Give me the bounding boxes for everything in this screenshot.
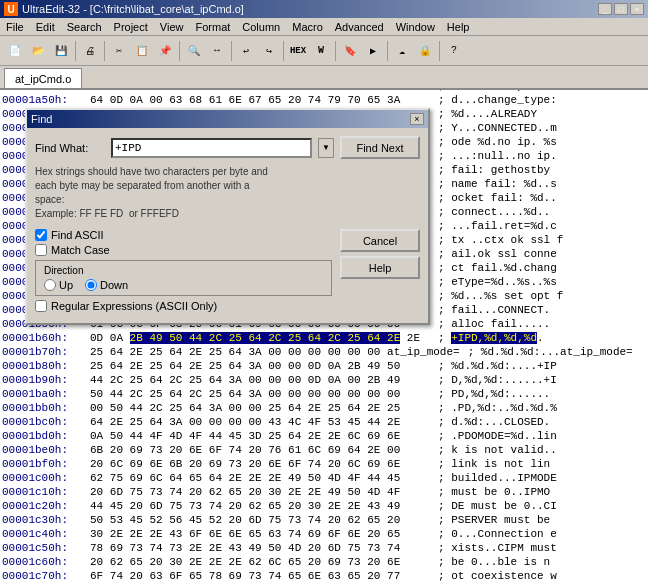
menu-macro[interactable]: Macro [286,20,329,34]
dialog-left: Find ASCII Match Case Direction [35,229,332,315]
dialog-close-button[interactable]: × [410,113,424,125]
toolbar-sep-2 [104,41,105,61]
toolbar-sep-1 [75,41,76,61]
toolbar-redo[interactable]: ↪ [258,40,280,62]
menu-window[interactable]: Window [390,20,441,34]
toolbar-new[interactable]: 📄 [4,40,26,62]
regex-row: Regular Expressions (ASCII Only) [35,300,332,312]
menu-search[interactable]: Search [61,20,108,34]
toolbar-copy[interactable]: 📋 [131,40,153,62]
menu-view[interactable]: View [154,20,190,34]
content-area: 00001a40h:4F 52 0D 00 6C 6F 63 61 6C 20 … [0,90,648,583]
close-button[interactable]: × [630,3,644,15]
toolbar-sep-3 [179,41,180,61]
match-case-row: Match Case [35,244,332,256]
hint-text: Hex strings should have two characters p… [35,165,420,221]
regex-label: Regular Expressions (ASCII Only) [51,300,217,312]
title-bar-left: U UltraEdit-32 - [C:\fritch\libat_core\a… [4,2,244,16]
dialog-lower: Find ASCII Match Case Direction [35,229,420,315]
dialog-body: Find What: ▼ Find Next Hex strings shoul… [27,128,428,323]
help-button[interactable]: Help [340,256,420,279]
down-radio-item: Down [85,279,128,291]
toolbar-open[interactable]: 📂 [27,40,49,62]
find-what-input[interactable] [111,138,312,158]
menu-edit[interactable]: Edit [30,20,61,34]
title-bar: U UltraEdit-32 - [C:\fritch\libat_core\a… [0,0,648,18]
dialog-title-bar: Find × [27,110,428,128]
find-what-label: Find What: [35,142,105,154]
menu-help[interactable]: Help [441,20,476,34]
direction-group: Direction Up Down [35,260,332,296]
minimize-button[interactable]: _ [598,3,612,15]
dialog-title-text: Find [31,113,52,125]
toolbar-print[interactable]: 🖨 [79,40,101,62]
tab-bar: at_ipCmd.o [0,66,648,90]
tab-file[interactable]: at_ipCmd.o [4,68,82,88]
app-icon: U [4,2,18,16]
down-radio[interactable] [85,279,97,291]
title-text: UltraEdit-32 - [C:\fritch\libat_core\at_… [22,3,244,15]
app-window: U UltraEdit-32 - [C:\fritch\libat_core\a… [0,0,648,583]
cancel-button[interactable]: Cancel [340,229,420,252]
menu-format[interactable]: Format [189,20,236,34]
direction-radio-row: Up Down [44,279,323,291]
toolbar-find[interactable]: 🔍 [183,40,205,62]
find-ascii-row: Find ASCII [35,229,332,241]
menu-file[interactable]: File [0,20,30,34]
toolbar-w[interactable]: W [310,40,332,62]
toolbar-sep-7 [387,41,388,61]
toolbar-help[interactable]: ? [443,40,465,62]
toolbar-sep-8 [439,41,440,61]
down-label: Down [100,279,128,291]
up-label: Up [59,279,73,291]
find-ascii-checkbox[interactable] [35,229,47,241]
up-radio[interactable] [44,279,56,291]
match-case-checkbox[interactable] [35,244,47,256]
dialog-right: Cancel Help [340,229,420,315]
toolbar-hex[interactable]: HEX [287,40,309,62]
menu-project[interactable]: Project [108,20,154,34]
toolbar-cut[interactable]: ✂ [108,40,130,62]
up-radio-item: Up [44,279,73,291]
toolbar-sep-4 [231,41,232,61]
toolbar-bookmark[interactable]: 🔖 [339,40,361,62]
find-dialog: Find × Find What: ▼ Find Next Hex string… [25,108,430,325]
toolbar-next-bookmark[interactable]: ▶ [362,40,384,62]
menu-column[interactable]: Column [236,20,286,34]
toolbar: 📄 📂 💾 🖨 ✂ 📋 📌 🔍 ↔ ↩ ↪ HEX W 🔖 ▶ ☁ 🔒 ? [0,36,648,66]
maximize-button[interactable]: □ [614,3,628,15]
toolbar-paste[interactable]: 📌 [154,40,176,62]
toolbar-sep-5 [283,41,284,61]
toolbar-replace[interactable]: ↔ [206,40,228,62]
find-what-row: Find What: ▼ Find Next [35,136,420,159]
toolbar-ssh[interactable]: 🔒 [414,40,436,62]
title-bar-buttons[interactable]: _ □ × [598,3,644,15]
find-ascii-label: Find ASCII [51,229,104,241]
toolbar-ftp[interactable]: ☁ [391,40,413,62]
dialog-overlay: Find × Find What: ▼ Find Next Hex string… [0,90,648,583]
find-next-button[interactable]: Find Next [340,136,420,159]
toolbar-sep-6 [335,41,336,61]
find-what-dropdown[interactable]: ▼ [318,138,334,158]
toolbar-undo[interactable]: ↩ [235,40,257,62]
match-case-label: Match Case [51,244,110,256]
direction-label: Direction [44,265,323,276]
menu-advanced[interactable]: Advanced [329,20,390,34]
tab-label: at_ipCmd.o [15,73,71,85]
regex-checkbox[interactable] [35,300,47,312]
menu-bar: File Edit Search Project View Format Col… [0,18,648,36]
toolbar-save[interactable]: 💾 [50,40,72,62]
